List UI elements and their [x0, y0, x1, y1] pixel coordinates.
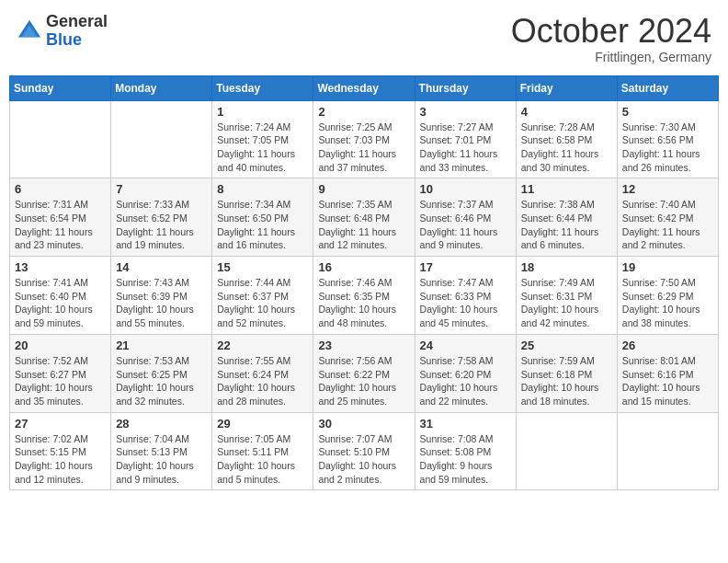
- calendar-cell: 20Sunrise: 7:52 AMSunset: 6:27 PMDayligh…: [10, 334, 111, 412]
- day-number: 28: [116, 417, 207, 431]
- calendar-cell: 4Sunrise: 7:28 AMSunset: 6:58 PMDaylight…: [516, 100, 617, 178]
- logo-general: General: [46, 13, 108, 31]
- col-header-saturday: Saturday: [617, 75, 718, 100]
- day-info: Sunrise: 7:50 AMSunset: 6:29 PMDaylight:…: [622, 276, 713, 330]
- page-header: General Blue October 2024 Frittlingen, G…: [9, 9, 719, 68]
- calendar-cell: 15Sunrise: 7:44 AMSunset: 6:37 PMDayligh…: [212, 257, 313, 335]
- day-info: Sunrise: 7:07 AMSunset: 5:10 PMDaylight:…: [318, 432, 409, 487]
- calendar-cell: 10Sunrise: 7:37 AMSunset: 6:46 PMDayligh…: [415, 178, 516, 257]
- calendar-cell: 8Sunrise: 7:34 AMSunset: 6:50 PMDaylight…: [212, 178, 313, 257]
- col-header-monday: Monday: [111, 75, 212, 100]
- calendar-cell: 13Sunrise: 7:41 AMSunset: 6:40 PMDayligh…: [10, 257, 111, 335]
- calendar-cell: 2Sunrise: 7:25 AMSunset: 7:03 PMDaylight…: [313, 100, 415, 178]
- day-number: 17: [420, 260, 511, 274]
- col-header-thursday: Thursday: [415, 75, 516, 100]
- calendar-cell: 7Sunrise: 7:33 AMSunset: 6:52 PMDaylight…: [111, 178, 212, 257]
- day-number: 25: [521, 339, 612, 352]
- day-number: 30: [318, 417, 409, 431]
- logo-text: General Blue: [46, 13, 108, 50]
- day-number: 8: [217, 182, 308, 196]
- day-info: Sunrise: 7:49 AMSunset: 6:31 PMDaylight:…: [521, 276, 612, 330]
- calendar-cell: 19Sunrise: 7:50 AMSunset: 6:29 PMDayligh…: [617, 257, 718, 335]
- calendar-cell: 28Sunrise: 7:04 AMSunset: 5:13 PMDayligh…: [111, 412, 212, 490]
- day-number: 24: [420, 339, 511, 352]
- calendar-cell: 6Sunrise: 7:31 AMSunset: 6:54 PMDaylight…: [10, 178, 111, 257]
- location-subtitle: Frittlingen, Germany: [511, 50, 711, 64]
- day-info: Sunrise: 7:44 AMSunset: 6:37 PMDaylight:…: [217, 276, 308, 330]
- calendar-cell: 14Sunrise: 7:43 AMSunset: 6:39 PMDayligh…: [111, 257, 212, 335]
- day-info: Sunrise: 7:27 AMSunset: 7:01 PMDaylight:…: [420, 121, 511, 175]
- day-info: Sunrise: 7:35 AMSunset: 6:48 PMDaylight:…: [318, 198, 409, 252]
- day-info: Sunrise: 7:31 AMSunset: 6:54 PMDaylight:…: [15, 198, 106, 252]
- calendar-cell: [617, 412, 718, 490]
- day-number: 7: [116, 182, 207, 196]
- week-row-4: 20Sunrise: 7:52 AMSunset: 6:27 PMDayligh…: [10, 334, 719, 412]
- day-info: Sunrise: 7:08 AMSunset: 5:08 PMDaylight:…: [420, 432, 511, 487]
- day-info: Sunrise: 7:24 AMSunset: 7:05 PMDaylight:…: [217, 121, 308, 175]
- calendar-cell: 23Sunrise: 7:56 AMSunset: 6:22 PMDayligh…: [313, 334, 415, 412]
- calendar-cell: 17Sunrise: 7:47 AMSunset: 6:33 PMDayligh…: [415, 257, 516, 335]
- calendar-cell: 31Sunrise: 7:08 AMSunset: 5:08 PMDayligh…: [415, 412, 516, 490]
- calendar-body: 1Sunrise: 7:24 AMSunset: 7:05 PMDaylight…: [10, 100, 719, 490]
- day-info: Sunrise: 7:38 AMSunset: 6:44 PMDaylight:…: [521, 198, 612, 252]
- calendar-cell: 25Sunrise: 7:59 AMSunset: 6:18 PMDayligh…: [516, 334, 617, 412]
- day-info: Sunrise: 7:05 AMSunset: 5:11 PMDaylight:…: [217, 432, 308, 487]
- day-number: 12: [622, 182, 713, 196]
- calendar-cell: 16Sunrise: 7:46 AMSunset: 6:35 PMDayligh…: [313, 257, 415, 335]
- day-number: 16: [318, 260, 409, 274]
- day-number: 1: [217, 105, 308, 119]
- calendar-cell: 9Sunrise: 7:35 AMSunset: 6:48 PMDaylight…: [313, 178, 415, 257]
- day-info: Sunrise: 7:33 AMSunset: 6:52 PMDaylight:…: [116, 198, 207, 252]
- day-number: 6: [15, 182, 106, 196]
- calendar-cell: 3Sunrise: 7:27 AMSunset: 7:01 PMDaylight…: [415, 100, 516, 178]
- calendar-cell: 5Sunrise: 7:30 AMSunset: 6:56 PMDaylight…: [617, 100, 718, 178]
- day-number: 2: [318, 105, 409, 119]
- week-row-2: 6Sunrise: 7:31 AMSunset: 6:54 PMDaylight…: [10, 178, 719, 257]
- logo-icon: [17, 18, 42, 44]
- day-info: Sunrise: 7:59 AMSunset: 6:18 PMDaylight:…: [521, 354, 612, 408]
- title-block: October 2024 Frittlingen, Germany: [511, 13, 711, 64]
- day-number: 26: [622, 339, 713, 352]
- day-info: Sunrise: 7:56 AMSunset: 6:22 PMDaylight:…: [318, 354, 409, 408]
- day-number: 11: [521, 182, 612, 196]
- calendar-header: SundayMondayTuesdayWednesdayThursdayFrid…: [10, 75, 719, 100]
- calendar-cell: 22Sunrise: 7:55 AMSunset: 6:24 PMDayligh…: [212, 334, 313, 412]
- day-info: Sunrise: 7:47 AMSunset: 6:33 PMDaylight:…: [420, 276, 511, 330]
- calendar-cell: 21Sunrise: 7:53 AMSunset: 6:25 PMDayligh…: [111, 334, 212, 412]
- week-row-1: 1Sunrise: 7:24 AMSunset: 7:05 PMDaylight…: [10, 100, 719, 178]
- day-number: 21: [116, 339, 207, 352]
- day-number: 13: [15, 260, 106, 274]
- day-number: 9: [318, 182, 409, 196]
- calendar-cell: 24Sunrise: 7:58 AMSunset: 6:20 PMDayligh…: [415, 334, 516, 412]
- day-number: 15: [217, 260, 308, 274]
- day-number: 5: [622, 105, 713, 119]
- day-info: Sunrise: 7:34 AMSunset: 6:50 PMDaylight:…: [217, 198, 308, 252]
- day-number: 18: [521, 260, 612, 274]
- day-number: 23: [318, 339, 409, 352]
- col-header-sunday: Sunday: [10, 75, 111, 100]
- day-headers-row: SundayMondayTuesdayWednesdayThursdayFrid…: [10, 75, 719, 100]
- calendar-cell: [10, 100, 111, 178]
- day-info: Sunrise: 8:01 AMSunset: 6:16 PMDaylight:…: [622, 354, 713, 408]
- day-info: Sunrise: 7:28 AMSunset: 6:58 PMDaylight:…: [521, 121, 612, 175]
- day-number: 4: [521, 105, 612, 119]
- day-number: 31: [420, 417, 511, 431]
- calendar-cell: 11Sunrise: 7:38 AMSunset: 6:44 PMDayligh…: [516, 178, 617, 257]
- calendar-cell: 26Sunrise: 8:01 AMSunset: 6:16 PMDayligh…: [617, 334, 718, 412]
- calendar-cell: 12Sunrise: 7:40 AMSunset: 6:42 PMDayligh…: [617, 178, 718, 257]
- day-number: 29: [217, 417, 308, 431]
- calendar-cell: 27Sunrise: 7:02 AMSunset: 5:15 PMDayligh…: [10, 412, 111, 490]
- day-info: Sunrise: 7:37 AMSunset: 6:46 PMDaylight:…: [420, 198, 511, 252]
- day-info: Sunrise: 7:25 AMSunset: 7:03 PMDaylight:…: [318, 121, 409, 175]
- day-info: Sunrise: 7:41 AMSunset: 6:40 PMDaylight:…: [15, 276, 106, 330]
- week-row-3: 13Sunrise: 7:41 AMSunset: 6:40 PMDayligh…: [10, 257, 719, 335]
- day-number: 19: [622, 260, 713, 274]
- day-info: Sunrise: 7:40 AMSunset: 6:42 PMDaylight:…: [622, 198, 713, 252]
- day-info: Sunrise: 7:46 AMSunset: 6:35 PMDaylight:…: [318, 276, 409, 330]
- col-header-friday: Friday: [516, 75, 617, 100]
- day-number: 3: [420, 105, 511, 119]
- col-header-tuesday: Tuesday: [212, 75, 313, 100]
- calendar-table: SundayMondayTuesdayWednesdayThursdayFrid…: [9, 75, 719, 491]
- logo-blue: Blue: [46, 31, 108, 50]
- week-row-5: 27Sunrise: 7:02 AMSunset: 5:15 PMDayligh…: [10, 412, 719, 490]
